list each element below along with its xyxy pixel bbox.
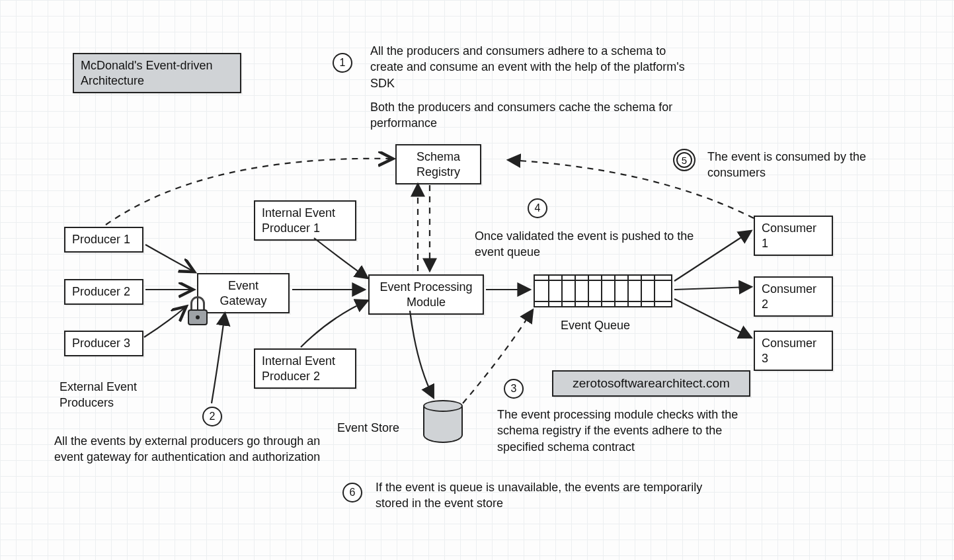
step-6-text: If the event is queue is unavailable, th… xyxy=(376,479,706,512)
step-1-number: 1 xyxy=(333,53,352,73)
producer-1-box: Producer 1 xyxy=(64,227,143,253)
step-2-number: 2 xyxy=(202,407,222,426)
consumer-3-box: Consumer 3 xyxy=(754,331,833,371)
step-2-text: All the events by external producers go … xyxy=(54,433,332,465)
step-4-text: Once validated the event is pushed to th… xyxy=(475,228,706,260)
producer-3-box: Producer 3 xyxy=(64,331,143,356)
step-6-number: 6 xyxy=(342,483,362,502)
schema-registry-box: Schema Registry xyxy=(395,144,481,184)
title-box: McDonald's Event-driven Architecture xyxy=(73,53,241,93)
consumer-2-box: Consumer 2 xyxy=(754,276,833,317)
step-5-number: 5 xyxy=(673,149,696,171)
event-processing-module-box: Event Processing Module xyxy=(368,274,484,315)
event-queue-label: Event Queue xyxy=(561,317,630,333)
event-store-cylinder xyxy=(423,400,463,448)
event-store-label: Event Store xyxy=(337,420,399,436)
lock-icon xyxy=(186,296,209,325)
watermark-box: zerotosoftwarearchitect.com xyxy=(552,370,750,397)
external-event-producers-label: External Event Producers xyxy=(60,379,192,411)
internal-producer-1-box: Internal Event Producer 1 xyxy=(254,200,356,241)
step-5-text: The event is consumed by the consumers xyxy=(707,149,906,181)
step-1-text-a: All the producers and consumers adhere t… xyxy=(370,43,701,91)
step-3-number: 3 xyxy=(504,379,524,399)
producer-2-box: Producer 2 xyxy=(64,279,143,305)
event-queue-block xyxy=(534,274,672,307)
step-1-text-b: Both the producers and consumers cache t… xyxy=(370,99,701,132)
event-gateway-box: Event Gateway xyxy=(197,273,290,313)
internal-producer-2-box: Internal Event Producer 2 xyxy=(254,348,356,389)
step-3-text: The event processing module checks with … xyxy=(497,407,762,455)
step-4-number: 4 xyxy=(528,198,547,218)
consumer-1-box: Consumer 1 xyxy=(754,216,833,256)
